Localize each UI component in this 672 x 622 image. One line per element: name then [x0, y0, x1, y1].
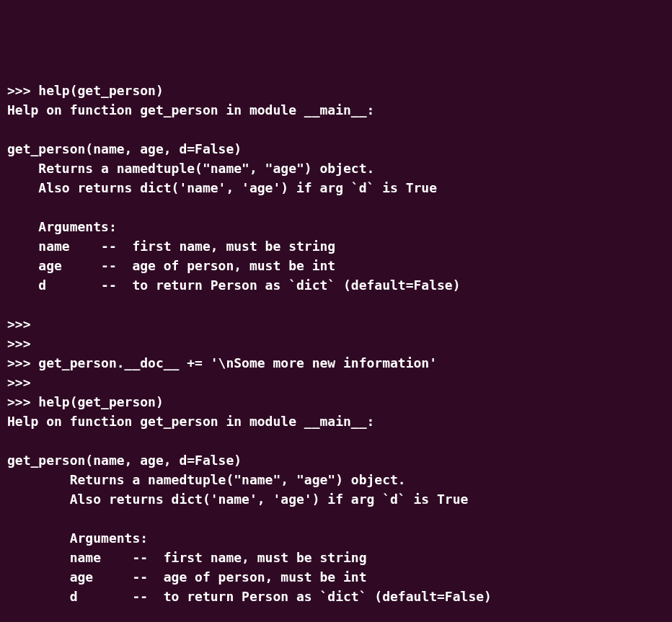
- terminal-line: get_person(name, age, d=False): [7, 139, 665, 159]
- terminal-line: Returns a namedtuple("name", "age") obje…: [7, 470, 665, 489]
- terminal-line: get_person(name, age, d=False): [7, 450, 665, 470]
- terminal-line: [7, 295, 665, 314]
- terminal-line: [7, 120, 665, 139]
- terminal-line: age -- age of person, must be int: [7, 567, 665, 587]
- terminal-line: >>>: [7, 314, 665, 334]
- terminal-line: [7, 606, 665, 622]
- terminal-line: name -- first name, must be string: [7, 236, 665, 256]
- terminal-line: Help on function get_person in module __…: [7, 100, 665, 120]
- terminal-line: Returns a namedtuple("name", "age") obje…: [7, 159, 665, 178]
- terminal-line: [7, 197, 665, 217]
- terminal-line: d -- to return Person as `dict` (default…: [7, 587, 665, 606]
- terminal-line: name -- first name, must be string: [7, 548, 665, 567]
- terminal-line: d -- to return Person as `dict` (default…: [7, 275, 665, 295]
- terminal-line: Arguments:: [7, 217, 665, 236]
- terminal-line: age -- age of person, must be int: [7, 256, 665, 275]
- terminal-line: >>>: [7, 373, 665, 392]
- terminal-line: >>> help(get_person): [7, 392, 665, 412]
- terminal-output[interactable]: >>> help(get_person)Help on function get…: [7, 81, 665, 622]
- terminal-line: >>> help(get_person): [7, 81, 665, 100]
- terminal-line: Arguments:: [7, 528, 665, 548]
- terminal-line: >>> get_person.__doc__ += '\nSome more n…: [7, 353, 665, 373]
- terminal-line: Also returns dict('name', 'age') if arg …: [7, 178, 665, 197]
- terminal-line: >>>: [7, 334, 665, 353]
- terminal-line: Help on function get_person in module __…: [7, 412, 665, 431]
- terminal-line: [7, 509, 665, 528]
- terminal-line: [7, 431, 665, 450]
- terminal-line: Also returns dict('name', 'age') if arg …: [7, 489, 665, 509]
